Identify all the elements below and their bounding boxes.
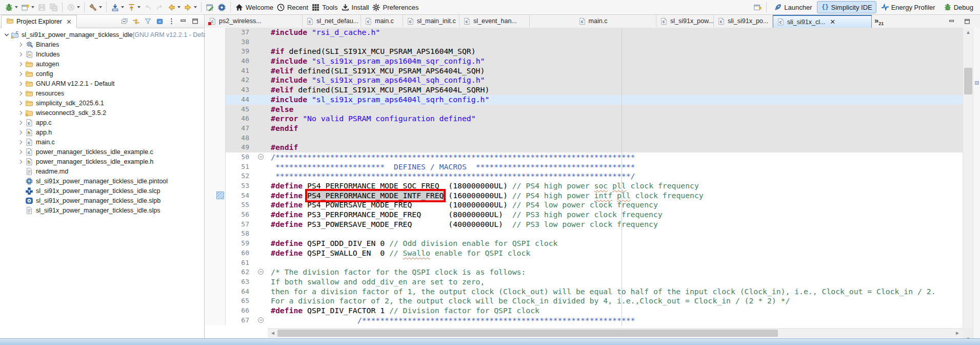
perspective-energy-profiler[interactable]: Energy Profiler <box>877 2 939 13</box>
menu-recent[interactable]: Recent <box>275 1 310 13</box>
collapse-fold-icon[interactable]: − <box>258 317 264 323</box>
code-editor[interactable]: 37#include "rsi_d_cache.h"3839#if define… <box>205 28 963 325</box>
editor-tab-sli-si91x-cl[interactable]: csli_si91x_cl...✕ <box>773 15 872 28</box>
toolbar-button-forward[interactable] <box>182 1 198 13</box>
chevron-closed-icon[interactable] <box>17 158 25 165</box>
toolbar-button-flash-download[interactable] <box>109 1 126 13</box>
tree-item-simplicity-sdk-2025-6-1[interactable]: simplicity_sdk_2025.6.1 <box>0 98 204 108</box>
toolbar-button-new-wizard[interactable] <box>19 1 36 13</box>
tree-item-binaries[interactable]: Binaries <box>0 40 204 49</box>
view-toolbar-view-menu-button[interactable] <box>166 16 177 27</box>
chevron-closed-icon[interactable] <box>17 70 25 78</box>
chevron-closed-icon[interactable] <box>17 119 25 126</box>
toolbar-button-upload[interactable] <box>126 1 142 13</box>
chevron-down-icon[interactable] <box>15 6 18 8</box>
overview-ruler[interactable] <box>973 28 980 345</box>
chevron-closed-icon[interactable] <box>17 109 25 117</box>
tree-item-app-h[interactable]: happ.h <box>0 127 204 137</box>
editor-tab-sl-net-defau[interactable]: csl_net_defau... <box>303 15 361 27</box>
editor-tab-main-c[interactable]: cmain.c <box>530 15 656 27</box>
tree-item-sl-si91x-power-manager-tickless-idle[interactable]: Csl_si91x_power_manager_tickless_idle [G… <box>0 30 204 40</box>
menu-welcome[interactable]: Welcome <box>233 1 275 13</box>
chevron-closed-icon[interactable] <box>17 90 25 97</box>
tree-item-sl-si91x-power-manager-tickless-idle-slcp[interactable]: sl_si91x_power_manager_tickless_idle.slc… <box>0 186 204 196</box>
chevron-down-icon[interactable] <box>31 6 34 8</box>
perspective-launcher[interactable]: Launcher <box>770 2 815 13</box>
tree-item-sl-si91x-power-manager-tickless-idle-slps[interactable]: sl_si91x_power_manager_tickless_idle.slp… <box>0 205 204 215</box>
chevron-closed-icon[interactable] <box>17 100 25 107</box>
tree-item-sl-si91x-power-manager-tickless-idle-slpb[interactable]: sl_si91x_power_manager_tickless_idle.slp… <box>0 196 204 205</box>
chevron-closed-icon[interactable] <box>17 41 25 48</box>
menu-preferences[interactable]: Preferences <box>370 1 420 13</box>
tree-item-config[interactable]: config <box>0 69 204 79</box>
view-toolbar-filter-button[interactable] <box>142 16 154 27</box>
toolbar-button-build-hammer[interactable] <box>87 1 104 13</box>
editor-tab-sl-event-han[interactable]: csl_event_han... <box>459 15 530 27</box>
toolbar-button-back[interactable] <box>166 1 182 13</box>
chevron-down-icon[interactable] <box>137 6 141 8</box>
tree-item-sl-si91x-power-manager-tickless-idle-pintool[interactable]: sl_si91x_power_manager_tickless_idle.pin… <box>0 176 204 186</box>
tree-item-readme-md[interactable]: readme.md <box>0 166 204 176</box>
tree-item-resources[interactable]: resources <box>0 88 204 98</box>
editor-tab-sli-si91x-po[interactable]: csli_si91x_po... <box>714 15 773 27</box>
maximize-button[interactable] <box>962 17 973 26</box>
chevron-open-icon[interactable] <box>3 31 10 39</box>
chevron-closed-icon[interactable] <box>17 148 25 156</box>
horizontal-scrollbar[interactable]: ◄ ► <box>268 328 963 338</box>
editor-tab-sl-main-init-c[interactable]: csl_main_init.c <box>403 15 459 27</box>
view-toolbar-package-button[interactable]: si <box>154 16 166 27</box>
tree-item-main-c[interactable]: cmain.c <box>0 137 204 147</box>
tab-overflow-indicator[interactable]: »21 <box>874 16 884 26</box>
tree-item-power-manager-tickless-idle-example-c[interactable]: cpower_manager_tickless_idle_example.c <box>0 147 204 157</box>
menu-tools[interactable]: Tools <box>310 1 339 13</box>
toolbar-button-save[interactable] <box>36 1 48 13</box>
chevron-closed-icon[interactable] <box>17 129 25 136</box>
minimize-button[interactable] <box>946 17 957 26</box>
collapse-fold-icon[interactable]: − <box>258 269 264 275</box>
tree-item-autogen[interactable]: autogen <box>0 59 204 69</box>
toolbar-button-open-element[interactable] <box>204 1 216 13</box>
editor-tab-main-c[interactable]: cmain.c <box>361 15 403 27</box>
vertical-scrollbar-thumb[interactable] <box>964 68 972 94</box>
tree-item-wiseconnect3-sdk-3-5-2[interactable]: wiseconnect3_sdk_3.5.2 <box>0 108 204 118</box>
scroll-left-icon[interactable]: ◄ <box>268 329 278 338</box>
collapse-fold-icon[interactable]: − <box>258 154 264 160</box>
horizontal-scrollbar-thumb[interactable] <box>277 330 778 337</box>
chevron-closed-icon[interactable] <box>17 61 25 68</box>
view-toolbar-link-editor-button[interactable] <box>130 16 142 27</box>
perspective-simplicity-ide[interactable]: {}Simplicity IDE <box>817 1 876 13</box>
toolbar-button-redo[interactable] <box>154 1 166 13</box>
tree-item-power-manager-tickless-idle-example-h[interactable]: hpower_manager_tickless_idle_example.h <box>0 157 204 166</box>
chevron-down-icon[interactable] <box>194 6 197 8</box>
scroll-right-icon[interactable]: ► <box>952 329 963 338</box>
open-perspective-button[interactable] <box>752 1 764 13</box>
scroll-up-icon[interactable]: ▲ <box>963 28 973 36</box>
close-icon[interactable]: ✕ <box>830 18 835 26</box>
tree-item-includes[interactable]: hIncludes <box>0 49 204 59</box>
overview-marker[interactable] <box>975 81 979 85</box>
chevron-closed-icon[interactable] <box>17 80 25 87</box>
editor-tab-sl-si91x-pow[interactable]: csl_si91x_pow... <box>656 15 714 27</box>
toolbar-button-connect-chip[interactable] <box>216 1 228 13</box>
view-toolbar-collapse-all-button[interactable] <box>118 16 130 27</box>
chevron-closed-icon[interactable] <box>17 51 25 58</box>
chevron-down-icon[interactable] <box>77 6 80 8</box>
close-icon[interactable]: ✕ <box>66 18 72 25</box>
view-toolbar-minimize-button[interactable] <box>177 16 189 27</box>
chevron-down-icon[interactable] <box>177 6 181 8</box>
tab-project-explorer[interactable]: Project Explorer ✕ <box>1 15 77 28</box>
menu-install[interactable]: Install <box>339 1 371 13</box>
tree-item-gnu-arm-v12-2-1-default[interactable]: GNU ARM v12.2.1 - Default <box>0 79 204 88</box>
toolbar-button-debug-bug[interactable] <box>3 1 19 13</box>
toolbar-button-undo[interactable] <box>142 1 154 13</box>
view-toolbar-maximize-button[interactable] <box>189 16 201 27</box>
chevron-down-icon[interactable] <box>99 6 102 8</box>
toolbar-button-launch-history[interactable] <box>65 1 82 13</box>
perspective-debug[interactable]: Debug <box>940 2 977 13</box>
vertical-scrollbar[interactable]: ▲ ▼ <box>963 28 973 343</box>
chevron-down-icon[interactable] <box>121 6 124 8</box>
tree-item-app-c[interactable]: capp.c <box>0 118 204 127</box>
toolbar-button-save-all[interactable] <box>48 1 59 13</box>
editor-tab-ps2-wireless[interactable]: cps2_wireless... <box>205 15 303 27</box>
project-tree[interactable]: Csl_si91x_power_manager_tickless_idle [G… <box>0 30 204 215</box>
